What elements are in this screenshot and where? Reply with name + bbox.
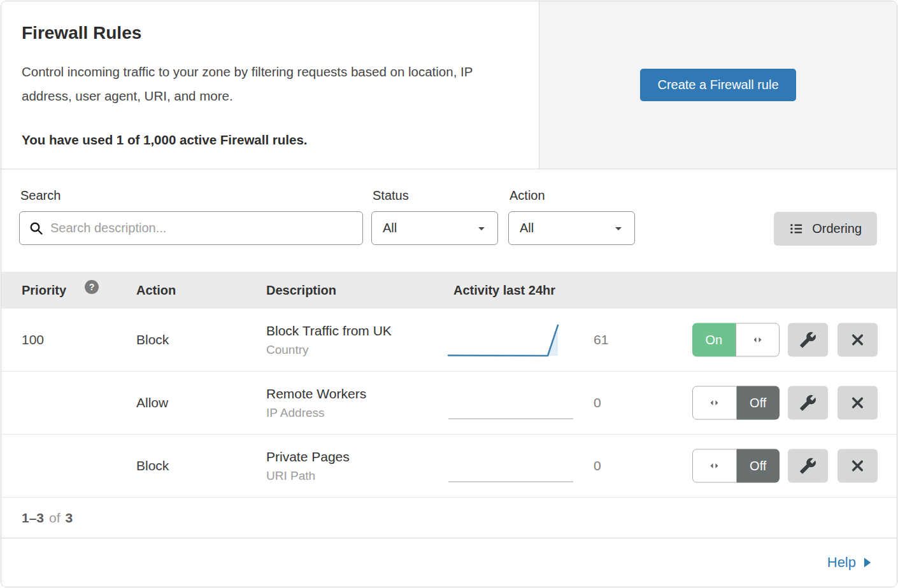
page-title: Firewall Rules <box>22 23 513 43</box>
firewall-rules-panel: Firewall Rules Control incoming traffic … <box>1 1 897 587</box>
activity-count: 0 <box>594 395 601 410</box>
rule-action: Block <box>136 332 169 347</box>
activity-sparkline <box>446 383 576 423</box>
toggle-state-label: On <box>692 323 736 357</box>
table-row: Allow Remote Workers IP Address 0 Off <box>1 372 897 435</box>
rule-priority: 100 <box>22 332 44 347</box>
status-dropdown[interactable]: All <box>371 211 498 245</box>
close-icon <box>850 395 866 411</box>
table-row: Block Private Pages URI Path 0 Off <box>1 435 897 498</box>
rule-match-type: Country <box>266 343 392 357</box>
wrench-icon <box>799 332 816 349</box>
table-header-row: Priority ? Action Description Activity l… <box>1 272 897 309</box>
pagination-total: 3 <box>66 510 73 526</box>
header-action-panel: Create a Firewall rule <box>539 1 897 169</box>
activity-count: 0 <box>594 458 601 473</box>
column-header-priority: Priority <box>22 283 66 298</box>
rule-name: Block Traffic from UK <box>266 323 392 339</box>
header-text-block: Firewall Rules Control incoming traffic … <box>1 1 539 169</box>
rule-enabled-toggle[interactable]: On <box>692 323 780 357</box>
toggle-state-label: Off <box>737 449 780 483</box>
toggle-handle-icon[interactable] <box>692 449 737 483</box>
rule-description-cell: Remote Workers IP Address <box>266 386 366 420</box>
status-selected-value: All <box>383 221 397 235</box>
chevron-down-icon <box>612 222 625 235</box>
close-icon <box>850 332 866 348</box>
rule-match-type: IP Address <box>266 406 366 420</box>
pagination-bar: 1–3 of 3 <box>1 498 897 538</box>
search-label: Search <box>20 188 61 203</box>
chevron-down-icon <box>475 222 488 235</box>
help-arrow-icon <box>863 557 871 568</box>
ordering-button[interactable]: Ordering <box>774 212 877 246</box>
help-link-label: Help <box>827 554 856 571</box>
table-row: 100 Block Block Traffic from UK Country … <box>1 309 897 372</box>
ordering-list-icon <box>789 221 804 236</box>
rule-action: Allow <box>136 395 168 410</box>
edit-rule-button[interactable] <box>788 323 828 357</box>
delete-rule-button[interactable] <box>837 323 878 357</box>
page-description: Control incoming traffic to your zone by… <box>22 60 513 108</box>
wrench-icon <box>799 395 816 412</box>
usage-summary: You have used 1 of 1,000 active Firewall… <box>22 132 513 148</box>
ordering-button-label: Ordering <box>812 221 862 236</box>
rule-description-cell: Block Traffic from UK Country <box>266 323 392 357</box>
pagination-of: of <box>49 510 61 526</box>
rule-name: Remote Workers <box>266 386 366 402</box>
search-input[interactable] <box>50 221 353 235</box>
rule-name: Private Pages <box>266 449 350 465</box>
pagination-range: 1–3 <box>22 510 44 526</box>
toggle-handle-icon[interactable] <box>736 323 780 357</box>
action-dropdown[interactable]: All <box>508 211 635 245</box>
toggle-handle-icon[interactable] <box>692 386 737 420</box>
activity-sparkline <box>446 446 576 486</box>
help-bar: Help <box>1 538 897 587</box>
delete-rule-button[interactable] <box>837 386 878 420</box>
create-firewall-rule-button[interactable]: Create a Firewall rule <box>640 69 795 101</box>
rule-enabled-toggle[interactable]: Off <box>692 449 780 483</box>
delete-rule-button[interactable] <box>837 449 878 483</box>
rule-description-cell: Private Pages URI Path <box>266 449 350 483</box>
rule-action: Block <box>136 458 169 473</box>
activity-sparkline <box>446 320 576 360</box>
column-header-activity: Activity last 24hr <box>453 283 555 298</box>
status-label: Status <box>373 188 409 203</box>
rule-match-type: URI Path <box>266 469 350 483</box>
activity-count: 61 <box>594 332 608 347</box>
search-input-wrapper[interactable] <box>19 211 363 245</box>
action-label: Action <box>510 188 545 203</box>
search-icon <box>29 221 44 236</box>
rule-enabled-toggle[interactable]: Off <box>692 386 780 420</box>
edit-rule-button[interactable] <box>788 386 828 420</box>
toggle-state-label: Off <box>737 386 780 420</box>
filters-section: Search Status All Action All <box>1 169 897 272</box>
wrench-icon <box>799 458 816 475</box>
close-icon <box>850 458 866 474</box>
column-header-description: Description <box>266 283 336 298</box>
edit-rule-button[interactable] <box>788 449 828 483</box>
help-link[interactable]: Help <box>827 554 871 571</box>
header-section: Firewall Rules Control incoming traffic … <box>1 1 897 169</box>
priority-help-icon[interactable]: ? <box>85 280 99 294</box>
column-header-action: Action <box>136 283 176 298</box>
action-selected-value: All <box>520 221 534 235</box>
